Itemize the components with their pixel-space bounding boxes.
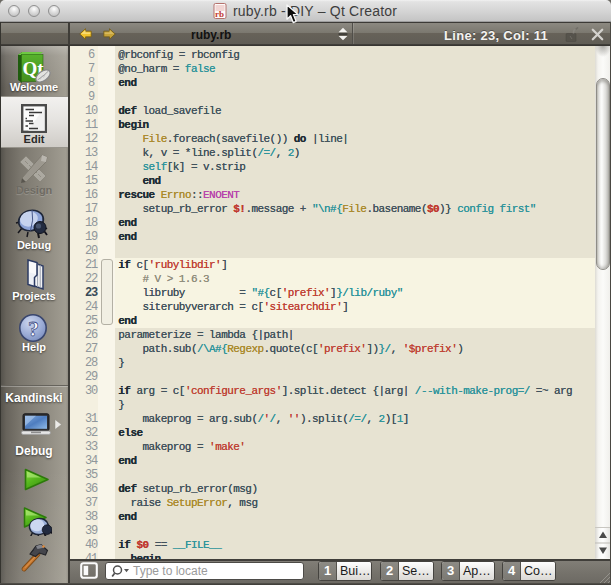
svg-text:?: ? [28, 316, 39, 341]
svg-text:rb: rb [215, 9, 224, 19]
